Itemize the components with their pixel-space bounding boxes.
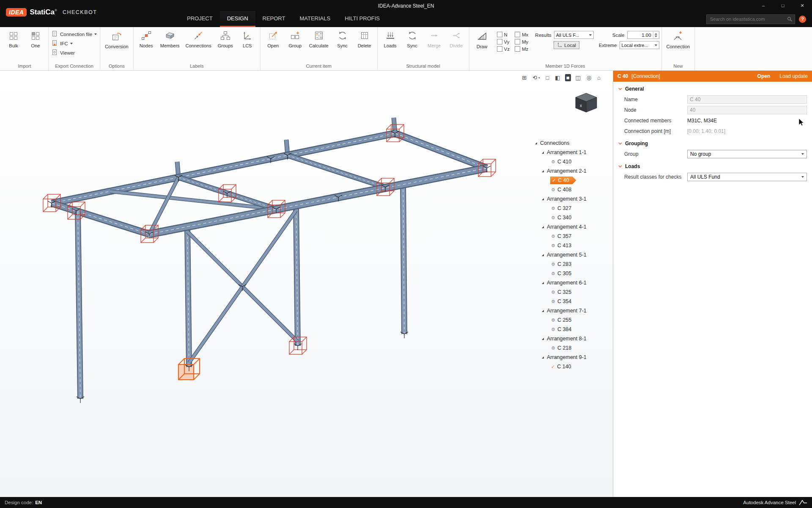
search-input[interactable]	[709, 16, 787, 22]
tree-connection[interactable]: ⚙C 384	[534, 325, 607, 334]
tree-connection[interactable]: ⚙C 283	[534, 260, 607, 269]
open-connection-button[interactable]: Open	[757, 73, 771, 79]
expander-icon[interactable]	[535, 142, 537, 144]
check-my[interactable]: My	[515, 39, 528, 44]
bulk-button[interactable]: Bulk	[3, 28, 24, 49]
section-view-icon[interactable]: ◫	[574, 74, 582, 81]
fit-view-icon[interactable]: ⊞	[521, 74, 528, 81]
members-button[interactable]: Members	[158, 28, 182, 49]
sync-model-button[interactable]: Sync	[402, 28, 423, 49]
expander-icon[interactable]	[542, 310, 544, 312]
section-header[interactable]: Loads	[613, 159, 812, 171]
expander-icon[interactable]	[542, 356, 544, 359]
checkbox-icon[interactable]	[515, 46, 520, 52]
section-header[interactable]: Grouping	[613, 136, 812, 149]
tree-arrangement[interactable]: Arrangement 9-1	[534, 353, 607, 362]
expander-icon[interactable]	[542, 282, 544, 284]
tree-connection[interactable]: ⚙C 408	[534, 185, 607, 194]
check-mz[interactable]: Mz	[515, 46, 528, 52]
tree-arrangement[interactable]: Arrangement 4-1	[534, 222, 607, 232]
groups-button[interactable]: Groups	[215, 28, 236, 49]
loads-button[interactable]: Loads	[380, 28, 401, 49]
tree-connection[interactable]: ⚙C 354	[534, 297, 607, 306]
delete-button[interactable]: Delete	[354, 28, 375, 49]
load-update-button[interactable]: Load update	[779, 73, 808, 79]
prop-select[interactable]: No group	[687, 150, 807, 158]
tree-connection[interactable]: ⚙C 413	[534, 241, 607, 250]
open-button[interactable]: Open	[263, 28, 284, 49]
minimize-button[interactable]: –	[754, 0, 773, 11]
checkbox-icon[interactable]	[497, 39, 502, 44]
expander-icon[interactable]	[542, 338, 544, 340]
tree-connection[interactable]: ⚙C 410	[534, 157, 607, 166]
connection-file-button[interactable]: Connection file	[51, 30, 98, 38]
tree-arrangement[interactable]: Arrangement 7-1	[534, 306, 607, 315]
tree-connection[interactable]: ⚙C 357	[534, 232, 607, 241]
calculate-button[interactable]: Calculate	[307, 28, 331, 49]
tab-design[interactable]: DESIGN	[220, 11, 255, 27]
tree-arrangement[interactable]: Arrangement 2-1	[534, 166, 607, 176]
tree-arrangement[interactable]: Arrangement 6-1	[534, 278, 607, 287]
tree-connection[interactable]: ⚙C 218	[534, 343, 607, 353]
expander-icon[interactable]	[542, 254, 544, 256]
tree-root-connections[interactable]: Connections	[534, 138, 607, 148]
results-dropdown[interactable]: All ULS F...	[554, 31, 594, 39]
tab-project[interactable]: PROJECT	[180, 11, 220, 27]
connections-button[interactable]: Connections	[183, 28, 214, 49]
wireframe-view-icon[interactable]: □	[544, 74, 550, 81]
group-button[interactable]: Group	[285, 28, 306, 49]
perspective-view-icon[interactable]: ◎	[585, 74, 593, 81]
tree-connection[interactable]: ⚙C 305	[534, 269, 607, 278]
divide-button[interactable]: Divide	[446, 28, 467, 49]
nodes-button[interactable]: Nodes	[136, 28, 157, 49]
expander-icon[interactable]	[542, 152, 544, 154]
lcs-button[interactable]: LCS	[237, 28, 258, 49]
sync-current-button[interactable]: Sync	[332, 28, 353, 49]
view-cube[interactable]: x	[572, 90, 600, 118]
viewer-button[interactable]: Viewer	[51, 49, 98, 57]
ifc-button[interactable]: IFC	[51, 39, 98, 47]
expander-icon[interactable]	[542, 198, 544, 200]
close-button[interactable]: ✕	[793, 0, 812, 11]
tree-arrangement[interactable]: Arrangement 8-1	[534, 334, 607, 343]
maximize-button[interactable]: □	[773, 0, 793, 11]
scale-input[interactable]: 1.00	[627, 31, 659, 39]
merge-button[interactable]: Merge	[424, 28, 445, 49]
checkbox-icon[interactable]	[497, 46, 502, 52]
orbit-icon[interactable]: ⟲▾	[531, 74, 541, 81]
tree-arrangement[interactable]: Arrangement 1-1	[534, 148, 607, 157]
solid-view-icon[interactable]: ■	[565, 74, 571, 81]
check-vy[interactable]: Vy	[497, 39, 510, 44]
checkbox-icon[interactable]	[497, 32, 502, 37]
home-view-icon[interactable]: ⌂	[596, 74, 602, 81]
tab-report[interactable]: REPORT	[255, 11, 293, 27]
tab-materials[interactable]: MATERIALS	[292, 11, 337, 27]
conversion-button[interactable]: Conversion	[102, 28, 131, 50]
tree-connection[interactable]: ⚙C 327	[534, 204, 607, 213]
checkbox-icon[interactable]	[515, 32, 520, 37]
spinner-icon[interactable]	[653, 31, 659, 39]
tree-connection[interactable]: ✓C 140	[534, 362, 607, 371]
extreme-dropdown[interactable]: Local extre...	[620, 41, 659, 49]
checkbox-icon[interactable]	[515, 39, 520, 44]
tree-arrangement[interactable]: Arrangement 5-1	[534, 250, 607, 260]
tree-connection[interactable]: ⚙C 255	[534, 315, 607, 325]
new-connection-button[interactable]: Connection	[664, 28, 693, 50]
prop-select[interactable]: All ULS Fund	[687, 173, 807, 181]
section-header[interactable]: General	[613, 82, 812, 94]
expander-icon[interactable]	[542, 170, 544, 172]
tree-connection[interactable]: ⚙C 325	[534, 287, 607, 297]
shaded-view-icon[interactable]: ◧	[554, 74, 561, 81]
check-vz[interactable]: Vz	[497, 46, 510, 52]
check-n[interactable]: N	[497, 32, 510, 37]
tree-connection[interactable]: ⚙C 340	[534, 213, 607, 222]
tab-hilti-profis[interactable]: HILTI PROFIS	[337, 11, 387, 27]
local-toggle-button[interactable]: Local	[554, 41, 579, 49]
help-icon[interactable]: ?	[799, 16, 806, 23]
tree-connection[interactable]: ✓C 40	[534, 176, 607, 185]
3d-viewport[interactable]: ⊞⟲▾□◧■◫◎⌂ x ConnectionsArrangement 1-1⚙C…	[0, 71, 613, 497]
check-mx[interactable]: Mx	[515, 32, 528, 37]
tree-arrangement[interactable]: Arrangement 3-1	[534, 194, 607, 204]
draw-button[interactable]: Draw	[472, 28, 493, 50]
one-button[interactable]: One	[25, 28, 46, 49]
